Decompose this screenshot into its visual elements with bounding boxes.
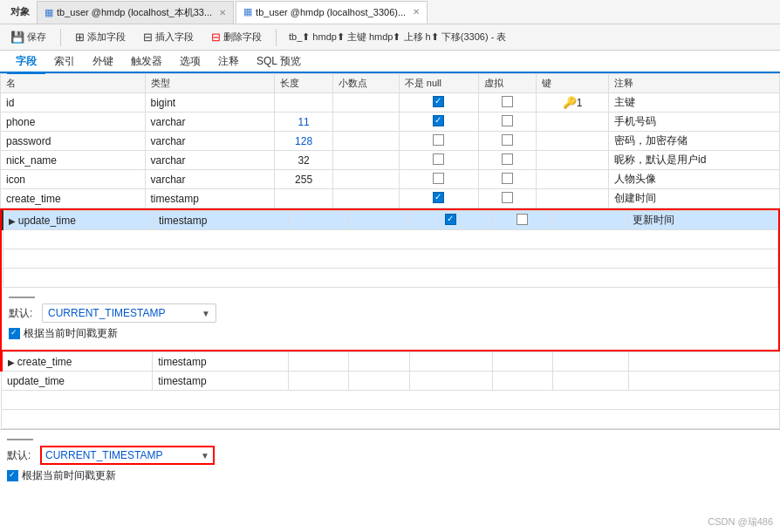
- field-type[interactable]: timestamp: [145, 189, 275, 208]
- field-name[interactable]: update_time: [2, 372, 153, 391]
- tab-1-close[interactable]: ✕: [219, 8, 226, 17]
- table-row[interactable]: password varchar 128 密码，加密存储: [1, 132, 780, 151]
- field-key: [537, 170, 609, 189]
- field-type[interactable]: timestamp: [153, 372, 289, 391]
- field-name[interactable]: id: [1, 93, 146, 113]
- table-row[interactable]: create_time timestamp 创建时间: [1, 189, 780, 208]
- field-length[interactable]: [289, 211, 349, 230]
- table-row[interactable]: phone varchar 11 手机号码: [1, 113, 780, 132]
- field-name[interactable]: password: [1, 132, 146, 151]
- add-field-button[interactable]: ⊞ 添加字段: [70, 29, 131, 45]
- checkbox-notnull[interactable]: [433, 192, 444, 203]
- field-length[interactable]: [289, 372, 349, 391]
- on-update-checkbox[interactable]: [9, 328, 20, 339]
- field-notnull[interactable]: [399, 189, 478, 208]
- bottom-default-value: CURRENT_TIMESTAMP: [45, 449, 201, 461]
- checkbox-virtual[interactable]: [502, 153, 513, 165]
- field-decimal[interactable]: [332, 132, 399, 151]
- table-row[interactable]: nick_name varchar 32 昵称，默认是用户id: [1, 151, 780, 170]
- checkbox-notnull[interactable]: [445, 214, 456, 225]
- field-notnull[interactable]: [409, 352, 492, 372]
- bottom-on-update-checkbox[interactable]: [7, 470, 18, 481]
- tab-sql-preview[interactable]: SQL 预览: [248, 51, 310, 74]
- table-row[interactable]: ▶ create_time timestamp: [2, 352, 780, 372]
- checkbox-notnull[interactable]: [433, 153, 444, 165]
- field-name[interactable]: phone: [1, 113, 146, 132]
- field-length[interactable]: 255: [275, 170, 332, 189]
- field-name[interactable]: nick_name: [1, 151, 146, 170]
- field-type[interactable]: varchar: [145, 132, 275, 151]
- tab-indexes[interactable]: 索引: [45, 51, 84, 74]
- field-length[interactable]: [289, 352, 349, 372]
- field-decimal[interactable]: [332, 170, 399, 189]
- field-notnull[interactable]: [399, 170, 478, 189]
- field-virtual[interactable]: [479, 93, 537, 113]
- field-virtual[interactable]: [492, 352, 552, 372]
- checkbox-virtual[interactable]: [502, 173, 513, 184]
- field-virtual[interactable]: [492, 372, 552, 391]
- insert-field-button[interactable]: ⊟ 插入字段: [138, 29, 199, 45]
- field-virtual[interactable]: [492, 211, 552, 230]
- checkbox-virtual[interactable]: [502, 134, 513, 146]
- update-time-row[interactable]: ▶ update_time timestamp 更新时间: [3, 211, 778, 230]
- field-virtual[interactable]: [479, 189, 537, 208]
- field-notnull[interactable]: [399, 132, 478, 151]
- field-name[interactable]: icon: [1, 170, 146, 189]
- table-row[interactable]: update_time timestamp: [2, 372, 780, 391]
- tab-1[interactable]: ▦ tb_user @hmdp (localhost_本机33... ✕: [37, 1, 234, 24]
- tab-options[interactable]: 选项: [171, 51, 209, 74]
- save-button[interactable]: 💾 保存: [5, 29, 51, 45]
- field-type[interactable]: varchar: [145, 113, 275, 132]
- field-decimal[interactable]: [332, 189, 399, 208]
- tab-2[interactable]: ▦ tb_user @hmdp (localhost_3306)... ✕: [236, 1, 428, 24]
- bottom-default-dropdown[interactable]: CURRENT_TIMESTAMP ▼: [40, 446, 215, 465]
- tab-fields[interactable]: 字段: [7, 51, 45, 74]
- table-row[interactable]: id bigint 🔑1 主键: [1, 93, 780, 113]
- field-type[interactable]: timestamp: [153, 352, 289, 372]
- delete-field-button[interactable]: ⊟ 删除字段: [206, 29, 267, 45]
- tab-triggers[interactable]: 触发器: [122, 51, 171, 74]
- field-decimal[interactable]: [332, 93, 399, 113]
- field-decimal[interactable]: [332, 151, 399, 170]
- field-virtual[interactable]: [479, 113, 537, 132]
- field-notnull[interactable]: [399, 113, 478, 132]
- field-notnull[interactable]: [409, 211, 492, 230]
- default-dropdown[interactable]: CURRENT_TIMESTAMP ▼: [42, 304, 216, 323]
- field-type[interactable]: bigint: [145, 93, 275, 113]
- field-name[interactable]: ▶ update_time: [3, 211, 154, 230]
- field-length[interactable]: [275, 93, 332, 113]
- field-virtual[interactable]: [479, 132, 537, 151]
- field-length[interactable]: 128: [275, 132, 332, 151]
- checkbox-notnull[interactable]: [433, 96, 444, 107]
- field-decimal[interactable]: [332, 113, 399, 132]
- field-length[interactable]: 32: [275, 151, 332, 170]
- field-decimal[interactable]: [349, 352, 409, 372]
- tab-comments[interactable]: 注释: [209, 51, 248, 74]
- field-name[interactable]: create_time: [1, 189, 146, 208]
- field-notnull[interactable]: [409, 372, 492, 391]
- checkbox-virtual[interactable]: [502, 96, 513, 107]
- checkbox-notnull[interactable]: [433, 173, 444, 184]
- checkbox-notnull[interactable]: [433, 134, 444, 146]
- field-notnull[interactable]: [399, 93, 478, 113]
- field-virtual[interactable]: [479, 170, 537, 189]
- field-virtual[interactable]: [479, 151, 537, 170]
- field-notnull[interactable]: [399, 151, 478, 170]
- save-icon: 💾: [10, 31, 24, 44]
- table-row[interactable]: icon varchar 255 人物头像: [1, 170, 780, 189]
- checkbox-virtual[interactable]: [502, 115, 513, 126]
- tab-2-close[interactable]: ✕: [413, 7, 420, 17]
- field-decimal[interactable]: [349, 372, 409, 391]
- insert-icon: ⊟: [143, 31, 153, 44]
- field-type[interactable]: timestamp: [154, 211, 289, 230]
- tab-foreign-keys[interactable]: 外键: [84, 51, 122, 74]
- field-decimal[interactable]: [349, 211, 409, 230]
- checkbox-notnull[interactable]: [433, 115, 444, 126]
- field-type[interactable]: varchar: [145, 170, 275, 189]
- field-length[interactable]: [275, 189, 332, 208]
- field-length[interactable]: 11: [275, 113, 332, 132]
- checkbox-virtual[interactable]: [517, 214, 528, 225]
- field-name[interactable]: ▶ create_time: [2, 352, 153, 372]
- field-type[interactable]: varchar: [145, 151, 275, 170]
- checkbox-virtual[interactable]: [502, 192, 513, 203]
